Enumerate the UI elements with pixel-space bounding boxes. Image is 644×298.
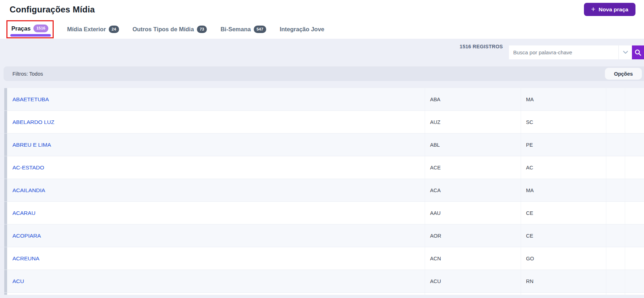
empty-cell [606,111,625,133]
praca-name-link[interactable]: AC-ESTADO [7,156,425,179]
empty-cell [625,224,644,247]
tab-pracas[interactable]: Praças 1516 [11,25,48,32]
row-accent-strip [4,88,7,110]
table-body: ABAETETUBA ABA MA ABELARDO LUZ AUZ SC AB… [0,88,644,295]
empty-cell [625,156,644,179]
row-accent-strip [4,293,7,295]
empty-cell [606,202,625,224]
search-group [509,45,644,59]
praca-state-cell: RN [521,270,606,292]
empty-cell [625,134,644,156]
table-row[interactable] [0,293,644,295]
tab-pracas-count-badge: 1516 [33,25,48,32]
empty-cell [625,247,644,270]
table-row[interactable]: ACREUNA ACN GO [0,247,644,270]
tab-pracas-label: Praças [11,25,31,32]
filter-summary: Filtros: Todos [12,66,43,81]
praca-name-link[interactable]: ACAILANDIA [7,179,425,201]
tab-outros-tipos-midia-count-badge: 73 [197,26,207,33]
praca-code-cell: AAU [425,202,521,224]
table-row[interactable]: ABREU E LIMA ABL PE [0,134,644,156]
content-area: 1516 REGISTROS Filtros: Todos Opções ABA… [0,39,644,298]
empty-cell [625,88,644,110]
search-icon [634,49,642,56]
praca-name-link[interactable]: ACARAU [7,202,425,224]
praca-code-cell: ACN [425,247,521,270]
table-row[interactable]: ACU ACU RN [0,270,644,293]
praca-state-cell: GO [521,247,606,270]
table-row[interactable]: ABELARDO LUZ AUZ SC [0,111,644,134]
options-button[interactable]: Opções [605,68,642,80]
praca-code-cell: AUZ [425,111,521,133]
filter-bar: Filtros: Todos Opções [4,66,644,81]
search-field-dropdown[interactable] [618,45,632,59]
praca-state-cell: MA [521,88,606,110]
praca-name-link[interactable]: ACU [7,270,425,292]
row-accent-strip [4,224,7,247]
tab-bi-semana-count-badge: 547 [254,26,266,33]
table-row[interactable]: ACARAU AAU CE [0,202,644,224]
praca-code-cell: ABA [425,88,521,110]
praca-name-link[interactable]: ABAETETUBA [7,88,425,110]
tab-outros-tipos-midia-label: Outros Tipos de Mídia [133,26,194,33]
praca-code-cell: ACA [425,179,521,201]
empty-cell [606,224,625,247]
praca-state-cell: MA [521,179,606,201]
table-row[interactable]: ACOPIARA AOR CE [0,224,644,247]
table-row[interactable]: ABAETETUBA ABA MA [0,88,644,111]
tab-bar: Praças 1516 Mídia Exterior 24 Outros Tip… [6,20,324,39]
praca-name-link[interactable]: ABELARDO LUZ [7,111,425,133]
row-accent-strip [4,202,7,224]
praca-name-link[interactable]: ACOPIARA [7,224,425,247]
empty-cell [625,293,644,295]
praca-code-cell: AOR [425,224,521,247]
empty-cell [606,247,625,270]
chevron-down-icon [623,51,628,54]
tab-outros-tipos-midia[interactable]: Outros Tipos de Mídia 73 [133,26,207,33]
tab-midia-exterior-label: Mídia Exterior [67,26,106,33]
praca-state-cell: CE [521,224,606,247]
praca-code-cell: ABL [425,134,521,156]
empty-cell [606,293,625,295]
empty-cell [625,111,644,133]
praca-state-cell: SC [521,111,606,133]
row-accent-strip [4,111,7,133]
row-accent-strip [4,247,7,270]
empty-cell [625,202,644,224]
praca-state-cell: AC [521,156,606,179]
new-praca-button-label: Nova praça [599,6,628,13]
tab-bi-semana-label: Bi-Semana [220,26,251,33]
empty-cell [625,179,644,201]
tab-integracao-jove[interactable]: Integração Jove [280,26,324,33]
records-count: 1516 REGISTROS [460,44,503,49]
praca-name-link[interactable]: ABREU E LIMA [7,134,425,156]
praca-name-link[interactable] [7,293,425,295]
active-tab-indicator [10,34,51,37]
praca-name-link[interactable]: ACREUNA [7,247,425,270]
tab-midia-exterior-count-badge: 24 [109,26,119,33]
praca-state-cell: CE [521,202,606,224]
empty-cell [625,270,644,292]
praca-state-cell [521,293,606,295]
tab-bi-semana[interactable]: Bi-Semana 547 [220,26,266,33]
row-accent-strip [4,134,7,156]
praca-state-cell: PE [521,134,606,156]
tab-integracao-jove-label: Integração Jove [280,26,324,33]
plus-icon: + [591,5,595,13]
row-accent-strip [4,156,7,179]
tab-midia-exterior[interactable]: Mídia Exterior 24 [67,26,119,33]
page-title: Configurações Mídia [10,5,95,15]
new-praca-button[interactable]: + Nova praça [584,3,635,16]
praca-code-cell: ACE [425,156,521,179]
search-input[interactable] [509,45,618,59]
empty-cell [606,134,625,156]
row-accent-strip [4,179,7,201]
table-row[interactable]: ACAILANDIA ACA MA [0,179,644,202]
praca-code-cell [425,293,521,295]
table-row[interactable]: AC-ESTADO ACE AC [0,156,644,179]
search-button[interactable] [632,45,644,59]
empty-cell [606,270,625,292]
empty-cell [606,179,625,201]
annotation-highlight-box: Praças 1516 [6,20,54,38]
praca-code-cell: ACU [425,270,521,292]
